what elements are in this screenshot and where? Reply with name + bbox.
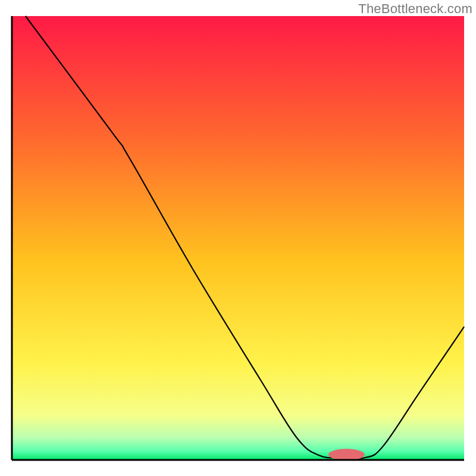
optimum-marker — [328, 449, 365, 460]
watermark-text: TheBottleneck.com — [358, 1, 472, 17]
bottleneck-chart — [0, 0, 476, 476]
gradient-background — [12, 16, 464, 460]
chart-container: TheBottleneck.com — [0, 0, 476, 476]
